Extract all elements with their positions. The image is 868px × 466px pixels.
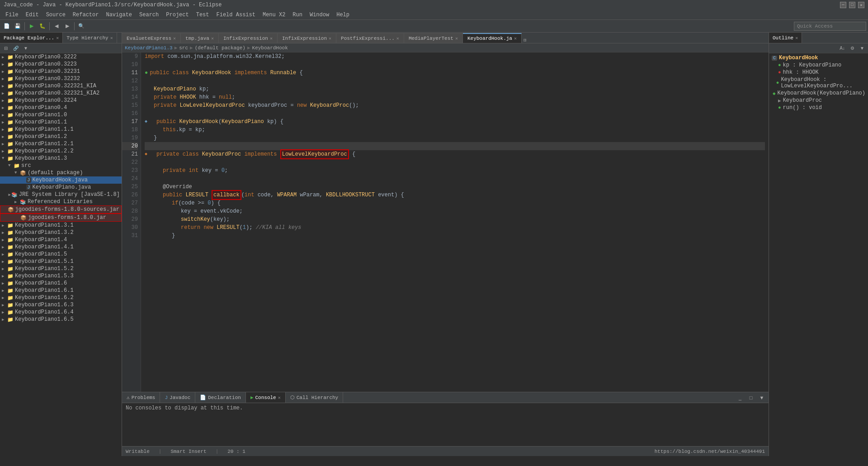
tab-postfix[interactable]: PostfixExpressi... ✕ [336, 33, 404, 43]
tree-item-28[interactable]: ▶📁KeyboardPiano1.5.1 [0, 258, 122, 265]
breadcrumb-src[interactable]: src [179, 45, 188, 51]
debug-button[interactable]: 🐛 [38, 21, 47, 31]
tab-type-hierarchy[interactable]: Type Hierarchy ✕ [63, 33, 117, 43]
tree-item-22[interactable]: 📦jgoodies-forms-1.8.0.jar [0, 214, 122, 222]
maximize-button[interactable]: □ [849, 2, 855, 8]
bottom-maximize-button[interactable]: □ [746, 393, 756, 403]
outline-item-constructor[interactable]: ◆ KeyboardHook(KeyboardPiano) [769, 90, 868, 97]
outline-item-kp[interactable]: ● kp : KeyboardPiano [769, 62, 868, 69]
outline-item-keyboardproc-class[interactable]: ▶ KeyboardProc [769, 97, 868, 104]
tree-item-36[interactable]: ▶📁KeyboardPiano1.6.5 [0, 316, 122, 323]
tab-infix2-close[interactable]: ✕ [329, 36, 331, 41]
tab-overflow[interactable]: ⊞ [524, 37, 527, 43]
tree-item-16[interactable]: ▼📦(default package) [0, 169, 122, 176]
tree-item-26[interactable]: ▶📁KeyboardPiano1.4.1 [0, 243, 122, 251]
tab-postfix-close[interactable]: ✕ [396, 36, 399, 41]
tree-item-24[interactable]: ▶📁KeyboardPiano1.3.2 [0, 229, 122, 236]
tree-item-29[interactable]: ▶📁KeyboardPiano1.5.2 [0, 265, 122, 272]
tree-item-25[interactable]: ▶📁KeyboardPiano1.4 [0, 236, 122, 243]
tree-item-8[interactable]: ▶📁KeyboardPiano1.0 [0, 111, 122, 119]
tree-item-4[interactable]: ▶📁KeyboardPiano0.322321_KIA [0, 82, 122, 90]
menu-menux2[interactable]: Menu X2 [259, 11, 289, 19]
search-button[interactable]: 🔍 [76, 21, 86, 31]
outline-sort-button[interactable]: A↓ [837, 43, 847, 53]
save-button[interactable]: 💾 [13, 21, 23, 31]
breadcrumb-project[interactable]: KeyboardPiano1.3 [125, 45, 173, 51]
tab-problems[interactable]: ⚠ Problems [122, 392, 160, 403]
tree-item-31[interactable]: ▶📁KeyboardPiano1.6 [0, 280, 122, 287]
tab-keyboardhook[interactable]: KeyboardHook.ja ✕ [463, 33, 522, 43]
tree-item-35[interactable]: ▶📁KeyboardPiano1.6.4 [0, 309, 122, 316]
menu-search[interactable]: Search [136, 11, 162, 19]
tab-keyboardhook-close[interactable]: ✕ [514, 36, 517, 41]
outline-item-hhk[interactable]: ● hhk : HHOOK [769, 69, 868, 76]
tab-tmp[interactable]: tmp.java ✕ [181, 33, 219, 43]
tab-callhierarchy[interactable]: ⬡ Call Hierarchy [286, 392, 343, 403]
tree-item-7[interactable]: ▶📁KeyboardPiano0.4 [0, 104, 122, 111]
tab-package-explorer[interactable]: Package Explor... ✕ [0, 33, 63, 43]
tree-item-13[interactable]: ▶📁KeyboardPiano1.2.2 [0, 147, 122, 155]
forward-button[interactable]: ▶ [62, 21, 72, 31]
menu-edit[interactable]: Edit [22, 11, 42, 19]
tab-package-explorer-close[interactable]: ✕ [56, 35, 59, 41]
tree-item-15[interactable]: ▼📁src [0, 162, 122, 169]
tab-console[interactable]: ▶ Console ✕ [246, 392, 286, 403]
menu-window[interactable]: Window [306, 11, 333, 19]
tree-item-21[interactable]: 📦jgoodies-forms-1.8.0-sources.jar [0, 205, 122, 214]
tab-infix2[interactable]: InfixExpression ✕ [278, 33, 336, 43]
tree-item-20[interactable]: ▶📚Referenced Libraries [0, 198, 122, 205]
tab-mediaplayer-close[interactable]: ✕ [455, 36, 458, 41]
tab-javadoc[interactable]: J Javadoc [160, 392, 195, 403]
tree-item-11[interactable]: ▶📁KeyboardPiano1.2 [0, 133, 122, 140]
back-button[interactable]: ◀ [52, 21, 61, 31]
tab-infix1[interactable]: InfixExpression ✕ [219, 33, 278, 43]
tree-item-1[interactable]: ▶📁KeyboardPiano0.3223 [0, 61, 122, 68]
tab-infix1-close[interactable]: ✕ [270, 36, 273, 41]
tab-evaluete-close[interactable]: ✕ [173, 36, 176, 41]
tree-item-23[interactable]: ▶📁KeyboardPiano1.3.1 [0, 222, 122, 229]
tree-item-10[interactable]: ▶📁KeyboardPiano1.1.1 [0, 126, 122, 133]
tab-outline[interactable]: Outline ✕ [769, 33, 802, 43]
outline-item-run[interactable]: ● run() : void [769, 104, 868, 111]
quick-access-box[interactable]: Quick Access [794, 22, 866, 31]
tree-item-0[interactable]: ▶📁KeyboardPiano0.3222 [0, 53, 122, 61]
tree-item-9[interactable]: ▶📁KeyboardPiano1.1 [0, 119, 122, 126]
tree-item-3[interactable]: ▶📁KeyboardPiano0.32232 [0, 75, 122, 82]
tree-item-27[interactable]: ▶📁KeyboardPiano1.5 [0, 251, 122, 258]
tab-type-hierarchy-close[interactable]: ✕ [110, 35, 113, 41]
tab-evaluete[interactable]: EvalueteExpress ✕ [122, 33, 181, 43]
outline-viewmenu-button[interactable]: ▼ [857, 43, 867, 53]
new-button[interactable]: 📄 [2, 21, 12, 31]
code-editor[interactable]: 9 10 11 12 13 14 15 16 17 18 19 20 21 22… [122, 52, 769, 392]
minimize-button[interactable]: ─ [840, 2, 846, 8]
menu-refactor[interactable]: Refactor [69, 11, 103, 19]
tab-outline-close[interactable]: ✕ [795, 35, 798, 41]
tree-item-19[interactable]: ▶📚JRE System Library [JavaSE-1.8] [0, 191, 122, 198]
close-button[interactable]: ✕ [858, 2, 864, 8]
tab-declaration[interactable]: 📄 Declaration [195, 392, 246, 403]
menu-source[interactable]: Source [42, 11, 69, 19]
collapse-all-button[interactable]: ⊟ [1, 43, 11, 53]
tree-item-33[interactable]: ▶📁KeyboardPiano1.6.2 [0, 294, 122, 301]
menu-navigate[interactable]: Navigate [102, 11, 136, 19]
tree-item-18[interactable]: JKeyboardPiano.java [0, 184, 122, 191]
bottom-minimize-button[interactable]: _ [735, 393, 745, 403]
tree-item-17[interactable]: JKeyboardHook.java [0, 176, 122, 184]
link-editor-button[interactable]: 🔗 [11, 43, 21, 53]
outline-item-keyboardproc-field[interactable]: ● KeyboardHook : LowLevelKeyboardPro... [769, 76, 868, 90]
outline-item-keyboardhook[interactable]: C KeyboardHook [769, 54, 868, 62]
tree-item-34[interactable]: ▶📁KeyboardPiano1.6.3 [0, 301, 122, 309]
menu-fieldassist[interactable]: Field Assist [213, 11, 259, 19]
tree-item-6[interactable]: ▶📁KeyboardPiano0.3224 [0, 97, 122, 104]
bottom-viewmenu-button[interactable]: ▼ [757, 393, 767, 403]
tree-item-14[interactable]: ▼📁KeyboardPiano1.3 [0, 155, 122, 162]
tab-mediaplayer[interactable]: MediaPlayerTest ✕ [404, 33, 463, 43]
menu-run[interactable]: Run [289, 11, 306, 19]
tree-item-2[interactable]: ▶📁KeyboardPiano0.32231 [0, 68, 122, 75]
menu-help[interactable]: Help [333, 11, 353, 19]
tree-item-12[interactable]: ▶📁KeyboardPiano1.2.1 [0, 140, 122, 147]
menu-project[interactable]: Project [162, 11, 192, 19]
tree-item-5[interactable]: ▶📁KeyboardPiano0.322321_KIA2 [0, 90, 122, 97]
breadcrumb-class[interactable]: KeyboardHook [252, 45, 288, 51]
tree-item-32[interactable]: ▶📁KeyboardPiano1.6.1 [0, 287, 122, 294]
